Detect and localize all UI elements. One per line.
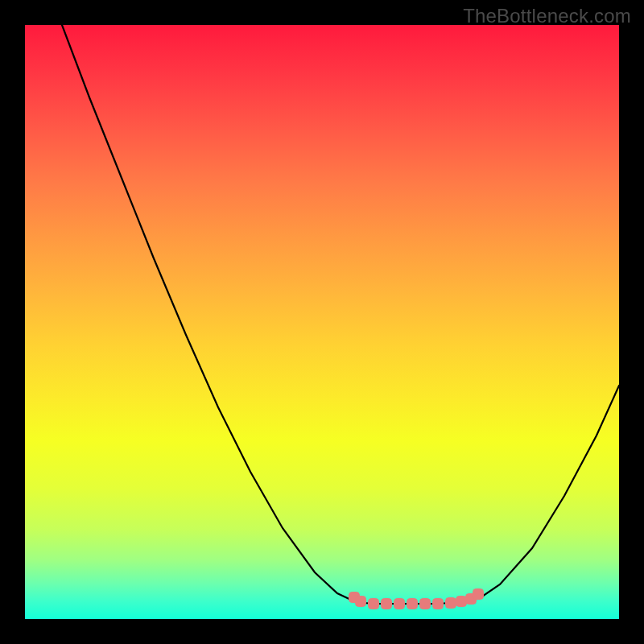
marker-dot (394, 599, 405, 609)
marker-dot (446, 598, 456, 609)
marker-dot (456, 597, 467, 607)
marker-dot (433, 599, 444, 609)
marker-dot (382, 599, 392, 609)
chart-frame: TheBottleneck.com (0, 0, 644, 644)
marker-dot (473, 589, 484, 600)
watermark-text: TheBottleneck.com (463, 5, 631, 27)
marker-dot (420, 599, 431, 609)
marker-dot (407, 599, 418, 609)
marker-dot (356, 597, 366, 607)
curve-layer (25, 25, 619, 619)
bottom-marker-cluster (349, 589, 484, 609)
bottleneck-curve (62, 25, 619, 604)
marker-dot (369, 599, 379, 609)
plot-area (25, 25, 619, 619)
